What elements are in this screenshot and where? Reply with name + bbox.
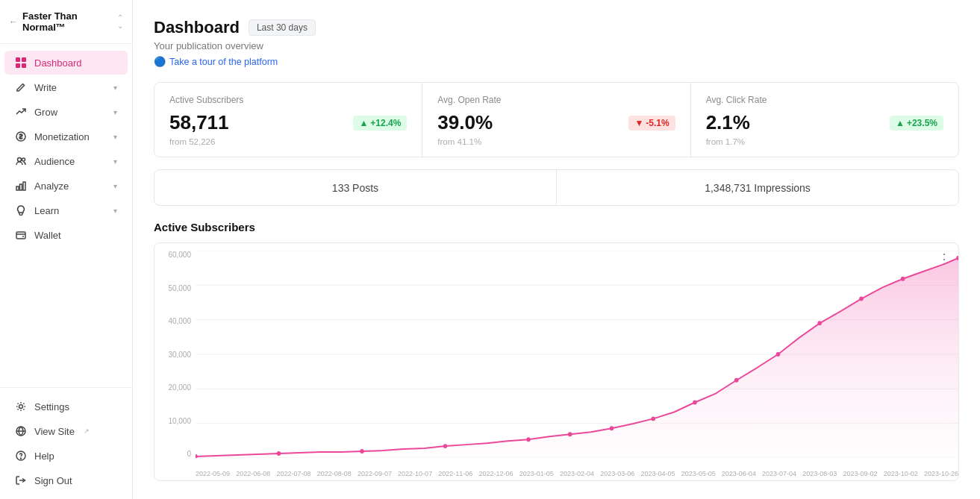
y-label: 0 bbox=[187, 450, 191, 458]
brand-header[interactable]: ← Faster Than Normal™ ⌃⌄ bbox=[0, 0, 132, 44]
svg-point-33 bbox=[734, 378, 739, 383]
chevron-down-icon: ▾ bbox=[113, 182, 117, 190]
stat-label: Active Subscribers bbox=[169, 95, 407, 105]
svg-point-37 bbox=[901, 277, 905, 281]
sidebar-item-monetization[interactable]: Monetization ▾ bbox=[4, 125, 128, 148]
x-label: 2022-10-07 bbox=[398, 470, 432, 477]
sidebar-item-label: Audience bbox=[34, 156, 75, 167]
stat-label: Avg. Open Rate bbox=[437, 95, 675, 105]
svg-rect-7 bbox=[16, 186, 19, 190]
x-label: 2023-07-04 bbox=[762, 470, 796, 477]
sidebar-item-label: Settings bbox=[34, 401, 69, 412]
svg-rect-9 bbox=[23, 182, 25, 190]
sidebar-item-settings[interactable]: Settings bbox=[4, 395, 128, 418]
sidebar-item-label: Learn bbox=[34, 205, 59, 216]
sidebar-item-wallet[interactable]: Wallet bbox=[4, 223, 128, 247]
chart-section: Active Subscribers ⋮ 60,000 50,000 40,00… bbox=[154, 221, 959, 481]
sidebar-item-label: Wallet bbox=[34, 230, 61, 241]
sidebar-item-learn[interactable]: Learn ▾ bbox=[4, 198, 128, 222]
x-axis-labels: 2022-05-09 2022-06-08 2022-07-08 2022-08… bbox=[196, 470, 958, 477]
x-label: 2023-10-26 bbox=[924, 470, 958, 477]
y-label: 60,000 bbox=[168, 251, 191, 259]
chart-svg bbox=[196, 251, 958, 458]
stat-from: from 52,226 bbox=[169, 137, 407, 146]
x-label: 2023-10-02 bbox=[884, 470, 918, 477]
arrow-up-icon: ▲ bbox=[359, 118, 368, 128]
svg-point-31 bbox=[651, 416, 655, 421]
sidebar-item-grow[interactable]: Grow ▾ bbox=[4, 100, 128, 124]
x-label: 2022-08-08 bbox=[317, 470, 352, 477]
dollar-icon bbox=[15, 131, 27, 142]
globe-icon bbox=[15, 425, 27, 437]
sidebar: ← Faster Than Normal™ ⌃⌄ Dashboard Write… bbox=[0, 0, 133, 499]
svg-rect-2 bbox=[16, 63, 20, 68]
y-label: 50,000 bbox=[168, 284, 191, 292]
svg-rect-1 bbox=[22, 57, 26, 62]
svg-point-36 bbox=[859, 297, 864, 301]
y-label: 40,000 bbox=[168, 317, 191, 325]
sidebar-nav: Dashboard Write ▾ Grow ▾ bbox=[0, 44, 132, 387]
y-axis-labels: 60,000 50,000 40,000 30,000 20,000 10,00… bbox=[155, 251, 196, 458]
svg-point-35 bbox=[817, 321, 822, 325]
sidebar-item-sign-out[interactable]: Sign Out bbox=[4, 468, 128, 492]
x-label: 2022-06-08 bbox=[236, 470, 270, 477]
sidebar-item-label: Dashboard bbox=[34, 57, 82, 69]
chart-svg-wrapper bbox=[196, 251, 958, 458]
sidebar-item-help[interactable]: Help bbox=[4, 444, 128, 468]
brand-name: Faster Than Normal™ bbox=[22, 10, 117, 33]
users-icon bbox=[15, 155, 27, 167]
svg-point-30 bbox=[610, 426, 614, 430]
chevron-down-icon: ▾ bbox=[113, 157, 117, 166]
chevron-down-icon: ▾ bbox=[113, 108, 117, 116]
x-label: 2023-02-04 bbox=[560, 470, 594, 477]
back-arrow-icon: ← bbox=[9, 16, 18, 27]
stat-card-active-subscribers: Active Subscribers 58,711 ▲ +12.4% from … bbox=[155, 83, 422, 157]
svg-point-32 bbox=[693, 401, 697, 405]
chevron-updown-icon: ⌃⌄ bbox=[117, 13, 123, 30]
stat-from: from 1.7% bbox=[706, 137, 943, 146]
sidebar-item-dashboard[interactable]: Dashboard bbox=[4, 51, 128, 75]
sidebar-item-label: Grow bbox=[34, 107, 57, 118]
svg-point-5 bbox=[18, 158, 22, 162]
sidebar-bottom: Settings View Site ↗ Help bbox=[0, 387, 132, 499]
stat-label: Avg. Click Rate bbox=[706, 95, 943, 105]
metric-impressions: 1,348,731 Impressions bbox=[557, 170, 958, 205]
stat-card-avg-click-rate: Avg. Click Rate 2.1% ▲ +23.5% from 1.7% bbox=[691, 83, 958, 157]
sign-out-icon bbox=[15, 474, 27, 486]
chevron-down-icon: ▾ bbox=[113, 84, 117, 92]
tour-link[interactable]: 🔵 Take a tour of the platform bbox=[154, 56, 959, 67]
svg-rect-0 bbox=[16, 57, 20, 62]
svg-point-15 bbox=[21, 458, 22, 459]
svg-point-6 bbox=[22, 158, 25, 161]
stats-row: Active Subscribers 58,711 ▲ +12.4% from … bbox=[154, 82, 959, 157]
page-title: Dashboard bbox=[154, 18, 240, 37]
x-label: 2023-01-05 bbox=[519, 470, 554, 477]
sidebar-item-label: Monetization bbox=[34, 131, 90, 142]
svg-point-28 bbox=[526, 437, 531, 442]
svg-point-34 bbox=[776, 352, 781, 357]
svg-rect-10 bbox=[16, 232, 25, 239]
sidebar-item-analyze[interactable]: Analyze ▾ bbox=[4, 174, 128, 198]
sidebar-item-view-site[interactable]: View Site ↗ bbox=[4, 419, 128, 443]
sidebar-item-audience[interactable]: Audience ▾ bbox=[4, 149, 128, 173]
main-content: Dashboard Last 30 days Your publication … bbox=[133, 0, 980, 499]
svg-point-12 bbox=[19, 405, 23, 409]
svg-rect-3 bbox=[22, 63, 26, 68]
info-icon: 🔵 bbox=[154, 56, 166, 67]
sidebar-item-label: View Site bbox=[34, 426, 75, 437]
svg-rect-8 bbox=[20, 184, 22, 190]
stat-badge-green: ▲ +12.4% bbox=[353, 116, 407, 131]
arrow-down-icon: ▼ bbox=[634, 118, 643, 128]
gear-icon bbox=[15, 401, 27, 412]
arrow-up-icon: ▲ bbox=[896, 118, 905, 128]
date-range-badge[interactable]: Last 30 days bbox=[249, 19, 316, 36]
stat-value: 58,711 bbox=[169, 111, 229, 134]
x-label: 2023-06-04 bbox=[722, 470, 756, 477]
wallet-icon bbox=[15, 229, 27, 241]
chart-title: Active Subscribers bbox=[154, 221, 959, 233]
sidebar-item-write[interactable]: Write ▾ bbox=[4, 75, 128, 99]
help-circle-icon bbox=[15, 450, 27, 462]
page-subtitle: Your publication overview bbox=[154, 40, 959, 51]
metrics-row: 133 Posts 1,348,731 Impressions bbox=[154, 169, 959, 206]
svg-point-25 bbox=[277, 451, 281, 456]
